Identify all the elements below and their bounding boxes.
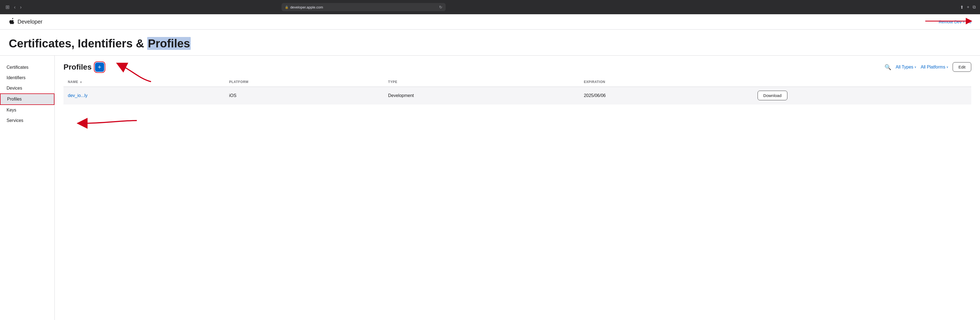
page-title-part1: Certificates, Identifiers & — [9, 37, 147, 50]
edit-button[interactable]: Edit — [953, 62, 971, 72]
apple-logo-icon — [9, 18, 15, 26]
page-title: Certificates, Identifiers & Profiles — [9, 37, 971, 50]
filter-row: 🔍 All Types ∨ All Platforms ∨ Edit — [885, 62, 971, 72]
address-bar[interactable]: 🔒 developer.apple.com ↻ — [282, 3, 445, 11]
main-layout: Certificates Identifiers Devices Profile… — [0, 56, 980, 320]
col-header-action — [753, 77, 971, 87]
all-platforms-chevron-icon: ∨ — [947, 66, 948, 69]
profiles-title-group: Profiles + — [64, 62, 104, 72]
table-row: dev_io...ly iOS Development 2025/06/06 — [64, 87, 971, 104]
logo-area: Developer — [9, 18, 42, 26]
profile-name-link[interactable]: dev_io...ly — [68, 93, 88, 98]
col-header-type: TYPE — [384, 77, 579, 87]
developer-label: Developer — [18, 19, 42, 25]
col-header-name: NAME ∨ — [64, 77, 224, 87]
edit-label: Edit — [958, 65, 966, 69]
table-header: NAME ∨ PLATFORM TYPE EXPIRATION — [64, 77, 971, 87]
sidebar-item-devices[interactable]: Devices — [0, 83, 54, 93]
profiles-section-title: Profiles — [64, 63, 92, 72]
remote-dev-chevron-icon: ∨ — [963, 20, 965, 23]
tabs-icon[interactable]: ⧉ — [973, 5, 975, 10]
cell-expiration: 2025/06/06 — [579, 87, 753, 104]
download-button[interactable]: Download — [757, 91, 788, 100]
table-body: dev_io...ly iOS Development 2025/06/06 — [64, 87, 971, 104]
forward-button[interactable]: › — [19, 3, 23, 11]
plus-icon: + — [98, 64, 101, 70]
arrow-annotation-name — [76, 115, 159, 137]
sidebar-item-keys[interactable]: Keys — [0, 105, 54, 115]
all-types-chevron-icon: ∨ — [914, 66, 916, 69]
sidebar-item-identifiers[interactable]: Identifiers — [0, 73, 54, 83]
browser-chrome: ⊞ ‹ › 🔒 developer.apple.com ↻ ⬆ + ⧉ — [0, 0, 980, 14]
all-platforms-label: All Platforms — [921, 65, 945, 70]
all-types-dropdown[interactable]: All Types ∨ — [896, 65, 916, 70]
profiles-table: NAME ∨ PLATFORM TYPE EXPIRATION — [64, 77, 971, 104]
sidebar-item-profiles[interactable]: Profiles — [0, 93, 54, 105]
sidebar-item-services[interactable]: Services — [0, 115, 54, 126]
share-icon[interactable]: ⬆ — [960, 5, 964, 10]
content-area: Profiles + 🔍 All Type — [55, 56, 980, 320]
col-header-platform: PLATFORM — [224, 77, 383, 87]
new-tab-icon[interactable]: + — [967, 5, 969, 10]
cell-platform: iOS — [224, 87, 383, 104]
cell-download: Download — [753, 87, 971, 104]
download-label: Download — [763, 93, 782, 98]
cell-type: Development — [384, 87, 579, 104]
remote-dev-link[interactable]: Remote Dev ∨ — [939, 19, 964, 24]
all-platforms-dropdown[interactable]: All Platforms ∨ — [921, 65, 948, 70]
back-button[interactable]: ‹ — [13, 3, 17, 11]
sort-arrow-icon: ∨ — [80, 80, 82, 83]
refresh-icon[interactable]: ↻ — [439, 5, 442, 9]
window-controls[interactable]: ⊞ — [5, 3, 11, 11]
remote-dev-label: Remote Dev — [939, 19, 961, 24]
sidebar-item-certificates[interactable]: Certificates — [0, 62, 54, 73]
top-nav: Developer Remote Dev ∨ 6 — [0, 14, 980, 30]
page-title-highlight: Profiles — [147, 37, 191, 50]
user-initial[interactable]: 6 — [969, 19, 971, 24]
page-header: Certificates, Identifiers & Profiles — [0, 30, 980, 56]
sidebar: Certificates Identifiers Devices Profile… — [0, 56, 55, 320]
all-types-label: All Types — [896, 65, 913, 70]
add-profile-button[interactable]: + — [95, 62, 104, 72]
lock-icon: 🔒 — [285, 5, 289, 9]
cell-name: dev_io...ly — [64, 87, 224, 104]
col-header-expiration: EXPIRATION — [579, 77, 753, 87]
top-nav-right: Remote Dev ∨ 6 — [939, 19, 971, 24]
browser-controls: ⊞ ‹ › — [5, 3, 23, 11]
search-icon: 🔍 — [885, 64, 891, 70]
browser-right-controls: ⬆ + ⧉ — [960, 5, 975, 10]
url-text: developer.apple.com — [290, 5, 323, 9]
profiles-header: Profiles + 🔍 All Type — [64, 62, 971, 72]
